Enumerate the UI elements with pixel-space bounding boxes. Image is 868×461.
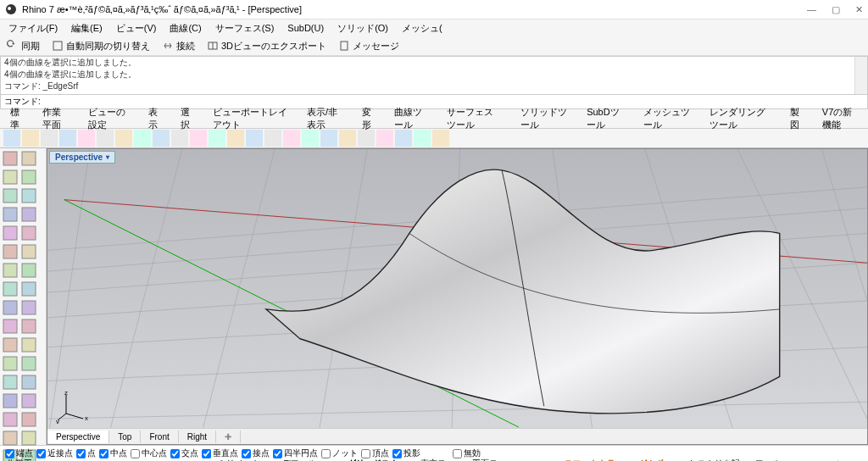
tab-v7new[interactable]: V7の新機能: [817, 104, 863, 133]
menu-mesh[interactable]: メッシュ(: [397, 20, 448, 36]
tab-vplayout[interactable]: ビューポートレイアウト: [208, 104, 293, 133]
tool-icon[interactable]: [59, 130, 76, 147]
menu-edit[interactable]: 編集(E): [66, 20, 108, 36]
tool-button[interactable]: [20, 187, 37, 204]
tab-transform[interactable]: 変形: [357, 104, 381, 133]
tool-icon[interactable]: [358, 130, 375, 147]
tool-button[interactable]: [20, 299, 37, 316]
tool-icon[interactable]: [320, 130, 337, 147]
menu-curve[interactable]: 曲線(C): [164, 20, 206, 36]
tool-button[interactable]: [2, 169, 19, 186]
tool-icon[interactable]: [97, 130, 114, 147]
tool-icon[interactable]: [134, 130, 151, 147]
tool-button[interactable]: [20, 411, 37, 428]
osnap-near[interactable]: 近接点: [36, 447, 73, 459]
tool-icon[interactable]: [227, 130, 244, 147]
tab-display[interactable]: 表示: [143, 104, 167, 133]
osnap-center[interactable]: 中心点: [131, 447, 167, 459]
minimize-button[interactable]: —: [807, 4, 816, 15]
tool-button[interactable]: [20, 243, 37, 260]
tab-meshtools[interactable]: メッシュツール: [638, 104, 697, 133]
tab-cplane[interactable]: 作業平面: [37, 104, 75, 133]
tool-button[interactable]: [20, 336, 37, 353]
tool-icon[interactable]: [78, 130, 95, 147]
tool-icon[interactable]: [376, 130, 393, 147]
tab-drafting[interactable]: 製図: [785, 104, 809, 133]
tool-icon[interactable]: [432, 130, 449, 147]
tool-button[interactable]: [20, 150, 37, 167]
tool-button[interactable]: [2, 336, 19, 353]
tool-button[interactable]: [2, 299, 19, 316]
tool-icon[interactable]: [414, 130, 431, 147]
tool-button[interactable]: [20, 169, 37, 186]
tool-icon[interactable]: [41, 130, 58, 147]
tool-button[interactable]: [2, 430, 19, 447]
viewport-perspective[interactable]: Perspective▾ xzy Perspective Top Front R…: [47, 148, 868, 445]
tool-button[interactable]: [20, 374, 37, 391]
tool-button[interactable]: [2, 150, 19, 167]
history-scrollbar[interactable]: [854, 57, 867, 94]
menu-view[interactable]: ビュー(V): [111, 20, 162, 36]
tool-button[interactable]: [2, 355, 19, 372]
tool-button[interactable]: [20, 355, 37, 372]
tool-button[interactable]: [20, 262, 37, 279]
tab-curvetools[interactable]: 曲線ツール: [389, 104, 433, 133]
tool-button[interactable]: [2, 225, 19, 242]
menu-subd[interactable]: SubD(U): [282, 21, 329, 35]
tool-icon[interactable]: [246, 130, 263, 147]
maximize-button[interactable]: ▢: [832, 4, 840, 15]
tab-standard[interactable]: 標準: [5, 104, 29, 133]
tool-button[interactable]: [20, 280, 37, 297]
viewport-label[interactable]: Perspective▾: [49, 151, 115, 164]
tool-button[interactable]: [2, 262, 19, 279]
tool-icon[interactable]: [264, 130, 281, 147]
message-button[interactable]: メッセージ: [335, 39, 403, 53]
tool-button[interactable]: [20, 206, 37, 223]
vtab-top[interactable]: Top: [109, 430, 141, 443]
tool-button[interactable]: [2, 392, 19, 409]
tool-button[interactable]: [2, 318, 19, 335]
connect-button[interactable]: 接続: [159, 39, 198, 53]
tab-subdtools[interactable]: SubDツール: [581, 104, 629, 133]
tool-icon[interactable]: [115, 130, 132, 147]
vtab-perspective[interactable]: Perspective: [47, 430, 109, 443]
vtab-add[interactable]: ✚: [216, 430, 241, 443]
tab-solidtools[interactable]: ソリッドツール: [515, 104, 574, 133]
tab-visibility[interactable]: 表示/非表示: [302, 104, 348, 133]
osnap-point[interactable]: 点: [76, 447, 96, 459]
tab-rendertools[interactable]: レンダリングツール: [704, 104, 776, 133]
tool-button[interactable]: [2, 411, 19, 428]
osnap-int[interactable]: 交点: [170, 447, 198, 459]
tab-surfacetools[interactable]: サーフェスツール: [442, 104, 507, 133]
menu-solid[interactable]: ソリッド(O): [332, 20, 393, 36]
tool-button[interactable]: [20, 430, 37, 447]
tool-icon[interactable]: [209, 130, 225, 147]
tool-button[interactable]: [2, 374, 19, 391]
tab-viewset[interactable]: ビューの設定: [83, 104, 134, 133]
tool-icon[interactable]: [302, 130, 319, 147]
sync-button[interactable]: 同期: [3, 39, 43, 53]
vtab-right[interactable]: Right: [179, 430, 216, 443]
tool-button[interactable]: [2, 243, 19, 260]
tool-icon[interactable]: [395, 130, 412, 147]
vtab-front[interactable]: Front: [141, 430, 178, 443]
tool-icon[interactable]: [190, 130, 207, 147]
menu-surface[interactable]: サーフェス(S): [210, 20, 280, 36]
tool-icon[interactable]: [153, 130, 170, 147]
auto-sync-button[interactable]: 自動同期の切り替え: [48, 39, 153, 53]
tool-button[interactable]: [20, 225, 37, 242]
tool-icon[interactable]: [22, 130, 39, 147]
tab-select[interactable]: 選択: [175, 104, 199, 133]
tool-icon[interactable]: [283, 130, 300, 147]
tool-icon[interactable]: [171, 130, 188, 147]
osnap-mid[interactable]: 中点: [99, 447, 127, 459]
tool-icon[interactable]: [339, 130, 356, 147]
tool-button[interactable]: [2, 206, 19, 223]
tool-icon[interactable]: [3, 130, 20, 147]
tool-button[interactable]: [20, 318, 37, 335]
menu-file[interactable]: ファイル(F): [3, 20, 63, 36]
tool-button[interactable]: [2, 280, 19, 297]
tool-button[interactable]: [20, 392, 37, 409]
export-3d-button[interactable]: 3Dビューのエクスポート: [203, 39, 330, 53]
tool-button[interactable]: [2, 187, 19, 204]
